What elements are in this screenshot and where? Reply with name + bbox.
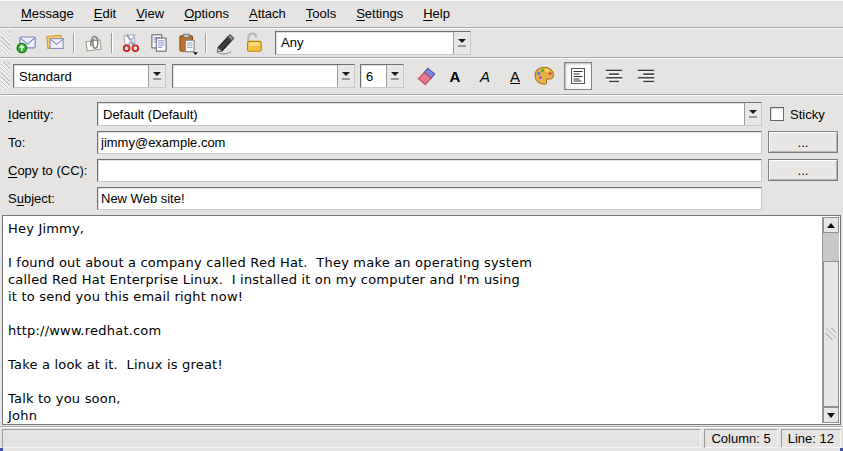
paragraph-style-combo[interactable]: Standard [13,64,166,88]
toolbar-handle[interactable] [1,62,10,91]
chevron-down-icon[interactable] [453,32,470,54]
editor-scrollbar[interactable] [822,217,839,423]
toolbar-separator [111,33,113,53]
align-center-button[interactable] [600,63,628,89]
label-text: u [17,191,24,206]
toolbar-handle[interactable] [1,31,10,54]
bold-icon: A [450,68,461,85]
menu-label: A [249,6,258,21]
arrow-glyph [391,72,399,76]
italic-button[interactable]: A [470,63,500,89]
grip-icon [826,328,836,340]
label-text: opy to (CC): [17,163,87,178]
copy-button[interactable] [145,30,173,56]
menu-label: S [356,6,365,21]
crypto-format-combo[interactable]: Any [275,31,471,55]
message-body-text: Hey Jimmy, I found out about a company c… [3,216,840,424]
crypto-format-value: Any [276,32,453,54]
menu-attach[interactable]: Attach [240,2,295,25]
toolbar-separator [205,33,207,53]
menu-label: essage [32,6,74,21]
scrollbar-track[interactable] [823,233,839,407]
message-body-editor[interactable]: Hey Jimmy, I found out about a company c… [2,215,841,425]
menu-label: V [136,6,144,21]
menu-options[interactable]: Options [175,2,238,25]
align-right-button[interactable] [632,63,660,89]
identity-combo[interactable]: Default (Default) [97,102,762,126]
arrow-glyph [153,72,161,76]
send-mail-icon [15,31,39,55]
underline-button[interactable]: A [500,63,530,89]
remove-formatting-button[interactable] [412,63,440,89]
cc-row: Copy to (CC): ... [0,158,843,182]
font-family-combo[interactable] [172,64,355,88]
chevron-down-icon[interactable] [337,65,354,87]
statusbar: Column: 5 Line: 12 [0,426,843,451]
menu-label: iew [145,6,165,21]
open-lock-icon [241,31,265,55]
cut-button[interactable] [117,30,145,56]
send-button[interactable] [13,30,41,56]
menu-view[interactable]: View [127,2,173,25]
arrow-glyph [749,110,757,114]
menu-label: ettings [365,6,403,21]
label-text: S [8,191,17,206]
scroll-down-button[interactable] [823,407,839,423]
chevron-down-icon[interactable] [386,65,403,87]
label-text: bject: [24,191,55,206]
format-toolbar: Standard 6 A A A [0,58,843,95]
paste-button[interactable] [173,30,201,56]
arrow-glyph [342,72,350,76]
scroll-up-button[interactable] [823,217,839,233]
to-addressbook-button[interactable]: ... [768,131,838,153]
sticky-checkbox[interactable] [770,107,784,121]
chevron-down-icon[interactable] [744,103,761,125]
bold-button[interactable]: A [440,63,470,89]
italic-icon: A [480,68,490,85]
menu-settings[interactable]: Settings [347,2,412,25]
subject-input[interactable] [97,187,762,210]
menu-tools[interactable]: Tools [297,2,345,25]
mail-composer-window: Message Edit View Options Attach Tools S… [0,0,843,451]
main-toolbar: Any [0,28,843,58]
arrow-bar [749,116,757,118]
menu-message[interactable]: Message [12,2,83,25]
cc-label: Copy to (CC): [0,163,97,178]
queue-mail-icon [43,31,67,55]
eraser-icon [414,64,438,88]
chevron-down-icon[interactable] [148,65,165,87]
menu-label: ttach [258,6,286,21]
pen-icon [213,31,237,55]
align-center-icon [602,64,626,88]
identity-label: Identity: [0,107,97,122]
to-input[interactable] [97,131,762,154]
menu-label: M [21,6,32,21]
label-text: dentity: [12,107,54,122]
menu-label: dit [102,6,116,21]
status-column-panel: Column: 5 [704,429,777,448]
cc-addressbook-button[interactable]: ... [768,159,838,181]
scissors-icon [119,31,143,55]
subject-row: Subject: [0,186,843,210]
copy-icon [147,31,171,55]
font-size-value: 6 [361,65,386,87]
arrow-bar [153,78,161,80]
arrow-bar [342,78,350,80]
menu-help[interactable]: Help [414,2,459,25]
attach-file-button[interactable] [79,30,107,56]
editor-area: Hey Jimmy, I found out about a company c… [0,214,843,426]
menu-label: O [184,6,194,21]
message-headers: Identity: Default (Default) Sticky To: .… [0,95,843,214]
cc-input[interactable] [97,159,762,182]
font-size-combo[interactable]: 6 [360,64,404,88]
queue-button[interactable] [41,30,69,56]
sign-button[interactable] [211,30,239,56]
text-color-button[interactable] [530,63,558,89]
paperclip-icon [81,31,105,55]
align-left-button[interactable] [564,62,592,90]
scrollbar-thumb[interactable] [823,261,839,407]
encrypt-button[interactable] [239,30,267,56]
menu-edit[interactable]: Edit [85,2,125,25]
arrow-bar [458,45,466,47]
palette-icon [532,64,556,88]
